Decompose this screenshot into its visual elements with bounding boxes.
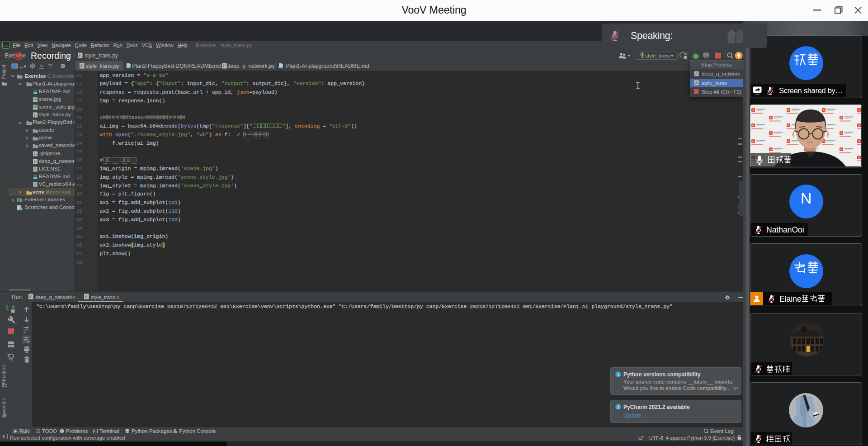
svg-text:style_trans: style_trans <box>645 53 670 58</box>
svg-text:MD: MD <box>127 66 130 68</box>
svg-text:MD: MD <box>279 66 283 68</box>
svg-text:MD: MD <box>33 177 37 179</box>
svg-text:MD: MD <box>33 92 37 94</box>
svg-text:PC: PC <box>3 44 8 48</box>
